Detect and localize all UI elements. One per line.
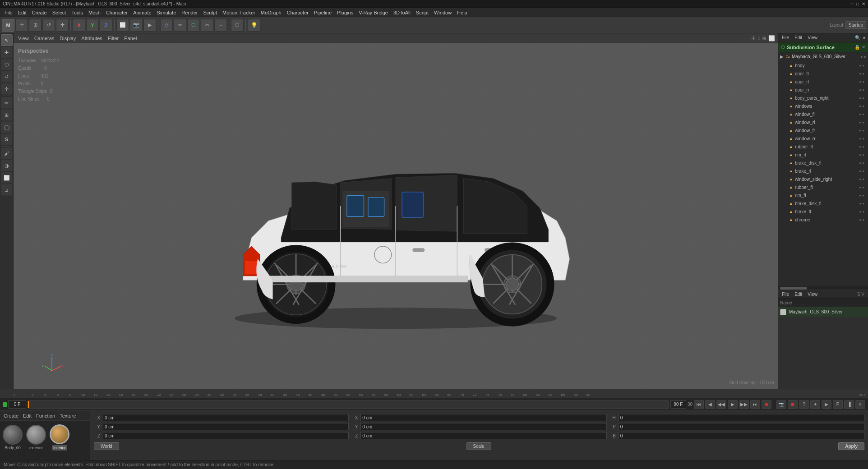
vp-icon-zoom[interactable]: ⊕: [762, 35, 766, 41]
tree-item-door-rl[interactable]: ▲ door_rl ● ●: [778, 78, 868, 86]
menu-mograph[interactable]: MoGraph: [258, 9, 284, 16]
camera-btn[interactable]: 📷: [130, 19, 143, 32]
rimfl-vis2[interactable]: ●: [862, 193, 864, 198]
h-input[interactable]: [619, 414, 864, 421]
left-tool-stamp[interactable]: ⬜: [1, 172, 13, 184]
wrl-vis2[interactable]: ●: [862, 120, 864, 124]
wrr-vis2[interactable]: ●: [862, 137, 864, 141]
wfr-vis2[interactable]: ●: [862, 129, 864, 133]
scale-tool-btn[interactable]: ⊞: [29, 19, 42, 32]
btn-to-end[interactable]: ⏭: [750, 400, 760, 409]
left-tool-knife[interactable]: ⊞: [1, 109, 13, 121]
cube-btn[interactable]: ⬜: [116, 19, 129, 32]
menu-window[interactable]: Window: [431, 9, 454, 16]
maximize-btn[interactable]: □: [856, 1, 859, 6]
left-tool-s[interactable]: S: [1, 133, 13, 145]
tree-item-windows[interactable]: ▲ windows ● ●: [778, 102, 868, 110]
bfl-vis2[interactable]: ●: [862, 210, 864, 214]
y-pos-input[interactable]: [103, 423, 349, 430]
rfl2-vis2[interactable]: ●: [862, 185, 864, 189]
vp-menu-panel[interactable]: Panel: [122, 35, 139, 42]
wsr-vis2[interactable]: ●: [862, 177, 864, 181]
tree-item-window-fl[interactable]: ▲ window_fl ● ●: [778, 110, 868, 118]
right-tab-view[interactable]: View: [806, 34, 819, 41]
tree-item-window-rr[interactable]: ▲ window_rr ● ●: [778, 134, 868, 143]
wrl-vis1[interactable]: ●: [859, 120, 861, 124]
tree-item-brake-rl[interactable]: ▲ brake_rl ● ●: [778, 167, 868, 175]
transform-tool-btn[interactable]: ✚: [56, 19, 69, 32]
tree-item-window-side-right[interactable]: ▲ window_side_right ● ●: [778, 175, 868, 183]
y-size-input[interactable]: [360, 423, 606, 430]
btn-render-fx[interactable]: ✦: [810, 400, 820, 409]
right-star-icon[interactable]: ★: [862, 35, 866, 40]
rimrl-vis1[interactable]: ●: [859, 153, 861, 157]
tree-item-door-rr[interactable]: ▲ door_rr ● ●: [778, 86, 868, 94]
btn-record[interactable]: ⏺: [762, 400, 771, 409]
door-rl-vis1[interactable]: ●: [859, 80, 861, 84]
left-tool-gradient[interactable]: ◑: [1, 160, 13, 171]
menu-pipeline[interactable]: Pipeline: [311, 9, 334, 16]
tree-item-rim-fl[interactable]: ▲ rim_fl ● ●: [778, 191, 868, 199]
z-pos-input[interactable]: [103, 432, 349, 439]
bfl-vis1[interactable]: ●: [859, 210, 861, 214]
world-button[interactable]: World: [94, 442, 119, 450]
light-btn[interactable]: 💡: [248, 19, 260, 32]
subdiv-lock-icon[interactable]: 🔒: [854, 45, 860, 50]
layout-value[interactable]: Startup: [845, 21, 866, 29]
mat-tab-function[interactable]: Function: [34, 412, 57, 419]
left-tool-magnet[interactable]: ◯: [1, 121, 13, 133]
door-rr-vis2[interactable]: ●: [862, 88, 864, 92]
tree-item-door-fl[interactable]: ▲ door_fl ● ●: [778, 69, 868, 78]
menu-create[interactable]: Create: [29, 9, 50, 16]
tree-item-rubber-fl2[interactable]: ▲ rubber_fl ● ●: [778, 183, 868, 191]
mat-tab-edit[interactable]: Edit: [21, 412, 33, 419]
left-tool-brush[interactable]: 🖌: [1, 147, 13, 159]
rfl-vis2[interactable]: ●: [862, 145, 864, 149]
model-mode-btn[interactable]: M: [2, 19, 14, 32]
right-search-icon[interactable]: 🔍: [855, 35, 860, 40]
menu-animate[interactable]: Animate: [130, 9, 154, 16]
vp-menu-display[interactable]: Display: [58, 35, 78, 42]
vp-menu-cameras[interactable]: Cameras: [32, 35, 56, 42]
playback-speed-input[interactable]: [670, 400, 686, 409]
tree-item-body[interactable]: ▲ body ● ●: [778, 61, 868, 69]
left-tool-pen[interactable]: ✏: [1, 97, 13, 109]
menu-plugins[interactable]: Plugins: [334, 9, 356, 16]
bdfl2-vis2[interactable]: ●: [862, 202, 864, 206]
p-input[interactable]: [619, 423, 864, 430]
vp-icon-cross[interactable]: ✛: [751, 35, 756, 41]
mat-ball-interior[interactable]: interior: [50, 424, 69, 451]
chrome-vis1[interactable]: ●: [859, 218, 861, 222]
btn-p1[interactable]: P: [833, 400, 843, 409]
menu-character[interactable]: Character: [103, 9, 130, 16]
menu-render[interactable]: Render: [179, 9, 200, 16]
x-size-input[interactable]: [360, 414, 606, 421]
mat-item-maybach[interactable]: Maybach_GLS_600_Silver: [778, 307, 868, 317]
body-vis1[interactable]: ●: [859, 64, 861, 68]
vp-menu-filter[interactable]: Filter: [106, 35, 120, 42]
btn-next-frame[interactable]: ▶▶: [739, 400, 749, 409]
menu-script[interactable]: Script: [413, 9, 431, 16]
object-btn[interactable]: ◇: [160, 19, 173, 32]
bdfl-vis1[interactable]: ●: [859, 161, 861, 165]
tree-item-brake-disk-fl2[interactable]: ▲ brake_disk_fl ● ●: [778, 199, 868, 207]
tree-item-window-rl[interactable]: ▲ window_rl ● ●: [778, 118, 868, 126]
body-parts-vis1[interactable]: ●: [859, 96, 861, 100]
btn-play[interactable]: ▶: [728, 400, 738, 409]
mat-ball-exterior[interactable]: exterior: [26, 425, 46, 450]
rbt-file[interactable]: File: [780, 291, 791, 298]
move-tool-btn[interactable]: ✛: [15, 19, 28, 32]
tree-item-brake-disk-fl[interactable]: ▲ brake_disk_fl ● ●: [778, 159, 868, 167]
pencil-btn[interactable]: ✏: [174, 19, 186, 32]
menu-tools[interactable]: Tools: [69, 9, 86, 16]
left-tool-move[interactable]: ✛: [1, 83, 13, 95]
windows-vis2[interactable]: ●: [862, 104, 864, 108]
rimfl-vis1[interactable]: ●: [859, 193, 861, 198]
rbt-edit[interactable]: Edit: [793, 291, 804, 298]
x-axis-btn[interactable]: X: [73, 19, 85, 32]
bdfl-vis2[interactable]: ●: [862, 161, 864, 165]
rbt-view[interactable]: View: [806, 291, 819, 298]
polygon-btn[interactable]: ⬡: [187, 19, 200, 32]
spline-btn[interactable]: ~: [214, 19, 227, 32]
btn-timeline-list[interactable]: ≡: [855, 400, 865, 409]
